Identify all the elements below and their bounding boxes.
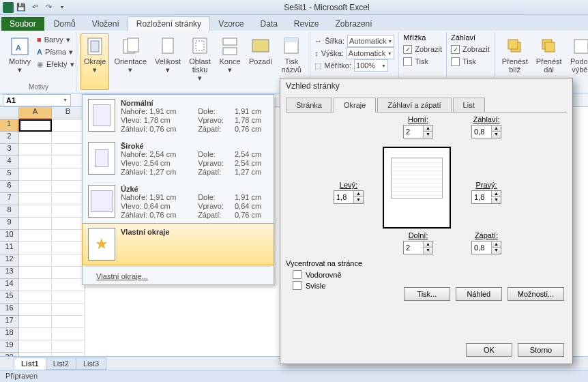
left-margin-spinner[interactable]: ▲▼ xyxy=(334,190,364,204)
tab-page-layout[interactable]: Rozložení stránky xyxy=(128,16,210,31)
print-area-button[interactable]: Oblast tisku▾ xyxy=(186,33,214,90)
effects-button[interactable]: ◉Efekty ▾ xyxy=(37,58,74,70)
margin-option-normal[interactable]: Normální Nahoře: 1,91 cmDole:1,91 cm Vle… xyxy=(83,95,274,138)
undo-icon[interactable]: ↶ xyxy=(29,1,41,14)
name-box[interactable]: A1▼ xyxy=(3,94,71,106)
background-button[interactable]: Pozadí xyxy=(246,33,276,90)
page-preview xyxy=(383,147,451,229)
scale-icon: ⬚ xyxy=(314,61,321,70)
tab-insert[interactable]: Vložení xyxy=(84,17,128,31)
status-bar: Připraven xyxy=(0,370,588,382)
svg-rect-5 xyxy=(128,38,138,52)
headings-print-checkbox[interactable]: Tisk xyxy=(451,55,490,68)
width-icon: ↔ xyxy=(314,37,322,45)
colors-button[interactable]: ■Barvy ▾ xyxy=(37,33,74,46)
dialog-tab-stranka[interactable]: Stránka xyxy=(286,98,332,113)
svg-rect-7 xyxy=(193,38,207,53)
svg-rect-18 xyxy=(574,40,588,53)
select-all-corner[interactable] xyxy=(0,107,19,119)
svg-rect-15 xyxy=(508,40,518,49)
svg-rect-17 xyxy=(545,42,555,52)
preview-button[interactable]: Náhled xyxy=(456,287,502,301)
margin-option-wide[interactable]: Široké Nahoře: 2,54 cmDole:2,54 cm Vlevo… xyxy=(83,138,274,181)
headings-view-checkbox[interactable]: ✓Zobrazit xyxy=(451,43,490,55)
breaks-button[interactable]: Konce▾ xyxy=(216,33,244,90)
svg-rect-10 xyxy=(223,48,237,55)
top-margin-spinner[interactable]: ▲▼ xyxy=(403,125,433,138)
dialog-tab-zahlavi[interactable]: Záhlaví a zápatí xyxy=(377,98,451,113)
header-margin-spinner[interactable]: ▲▼ xyxy=(471,125,501,138)
col-header-a[interactable]: A xyxy=(19,107,52,119)
tab-home[interactable]: Domů xyxy=(46,17,84,31)
cell-a1[interactable] xyxy=(19,119,52,132)
cancel-button[interactable]: Storno xyxy=(518,343,564,357)
margin-option-narrow[interactable]: Úzké Nahoře: 1,91 cmDole:1,91 cm Vlevo: … xyxy=(83,181,274,224)
excel-icon xyxy=(3,2,14,13)
right-margin-spinner[interactable]: ▲▼ xyxy=(471,190,501,204)
fonts-button[interactable]: APísma ▾ xyxy=(37,46,74,58)
row-header-1[interactable]: 1 xyxy=(0,119,19,132)
options-button[interactable]: Možnosti... xyxy=(508,287,564,301)
orientation-button[interactable]: Orientace▾ xyxy=(111,33,150,90)
qat-dropdown-icon[interactable]: ▼ xyxy=(56,1,68,14)
window-title: Sešit1 - Microsoft Excel xyxy=(68,3,585,12)
sheet-tab-list2[interactable]: List2 xyxy=(46,357,76,370)
sheet-tab-list1[interactable]: List1 xyxy=(14,357,46,370)
center-vertical-checkbox[interactable]: Svisle xyxy=(293,281,362,290)
svg-rect-13 xyxy=(284,38,298,42)
svg-text:A: A xyxy=(16,44,21,52)
themes-button[interactable]: A Motivy▾ xyxy=(5,33,34,76)
size-button[interactable]: Velikost▾ xyxy=(151,33,184,90)
tab-data[interactable]: Data xyxy=(252,17,285,31)
col-header-b[interactable]: B xyxy=(52,107,85,119)
svg-rect-3 xyxy=(91,41,99,52)
margins-button[interactable]: Okraje▾ xyxy=(80,33,109,90)
star-icon: ★ xyxy=(95,235,108,253)
save-icon[interactable]: 💾 xyxy=(15,1,27,14)
tab-formulas[interactable]: Vzorce xyxy=(210,17,252,31)
height-icon: ↕ xyxy=(314,49,319,57)
dialog-title: Vzhled stránky xyxy=(280,78,572,95)
gridlines-print-checkbox[interactable]: Tisk xyxy=(403,55,442,68)
scale-combo[interactable]: 100%▼ xyxy=(354,59,388,72)
gridlines-view-checkbox[interactable]: ✓Zobrazit xyxy=(403,43,442,55)
svg-rect-9 xyxy=(223,38,237,45)
ribbon-tabs: Soubor Domů Vložení Rozložení stránky Vz… xyxy=(0,15,588,31)
width-combo[interactable]: Automatick▼ xyxy=(347,35,394,47)
margins-dropdown-menu: Normální Nahoře: 1,91 cmDole:1,91 cm Vle… xyxy=(82,94,274,285)
page-setup-dialog: Vzhled stránky Stránka Okraje Záhlaví a … xyxy=(280,78,573,364)
titlebar: 💾 ↶ ↷ ▼ Sešit1 - Microsoft Excel xyxy=(0,0,588,15)
svg-rect-6 xyxy=(162,38,173,53)
bottom-margin-spinner[interactable]: ▲▼ xyxy=(403,241,433,254)
dialog-tab-list[interactable]: List xyxy=(453,98,485,113)
redo-icon[interactable]: ↷ xyxy=(42,1,55,14)
center-horizontal-checkbox[interactable]: Vodorovně xyxy=(293,270,362,279)
footer-margin-spinner[interactable]: ▲▼ xyxy=(471,241,501,254)
margin-option-custom[interactable]: ★ Vlastní okraje xyxy=(82,223,274,265)
svg-rect-11 xyxy=(252,40,269,52)
print-button[interactable]: Tisk... xyxy=(404,287,450,301)
dialog-tab-okraje[interactable]: Okraje xyxy=(334,98,376,113)
sheet-tab-list3[interactable]: List3 xyxy=(76,357,106,370)
height-combo[interactable]: Automatick▼ xyxy=(347,47,394,59)
ok-button[interactable]: OK xyxy=(466,343,512,357)
tab-file[interactable]: Soubor xyxy=(1,17,44,31)
custom-margins-link[interactable]: Vlastní okraje... xyxy=(83,268,274,284)
tab-view[interactable]: Zobrazení xyxy=(327,17,381,31)
tab-review[interactable]: Revize xyxy=(286,17,327,31)
